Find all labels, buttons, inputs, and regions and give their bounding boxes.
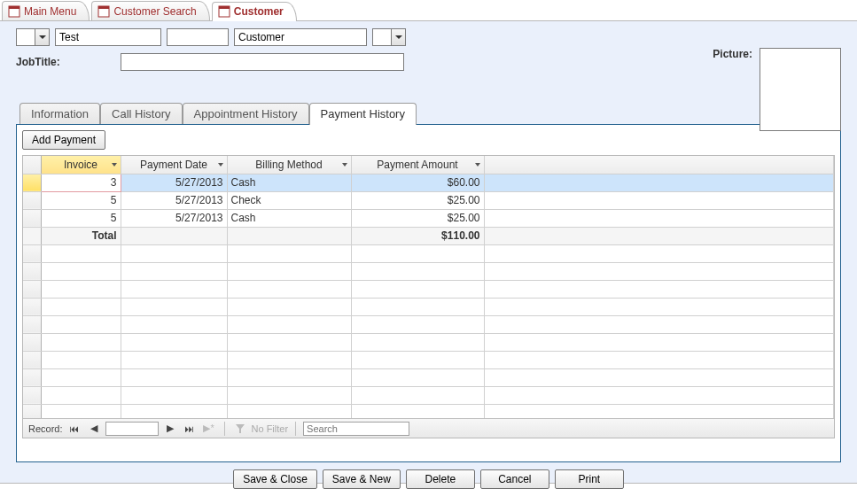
select-all-cell[interactable]: [23, 156, 41, 174]
column-header-payment-amount[interactable]: Payment Amount: [351, 156, 484, 174]
cell-blank: [227, 227, 351, 244]
column-header-payment-date[interactable]: Payment Date: [121, 156, 227, 174]
record-number-field[interactable]: [105, 422, 159, 436]
name-row: [16, 27, 841, 48]
cell-invoice[interactable]: 5: [41, 209, 121, 227]
nav-prev-icon[interactable]: ◀: [86, 422, 102, 436]
record-label: Record:: [28, 423, 63, 434]
suffix-combo[interactable]: [372, 28, 406, 46]
no-filter-label: No Filter: [252, 423, 289, 434]
column-header-invoice[interactable]: Invoice: [41, 156, 121, 174]
cell-payment-amount[interactable]: $60.00: [351, 174, 484, 191]
svg-rect-5: [219, 6, 230, 9]
nav-first-icon[interactable]: ⏮: [66, 422, 82, 436]
cell-blank: [484, 227, 834, 244]
tab-payment-history[interactable]: Payment History: [309, 103, 417, 125]
picture-box[interactable]: [760, 48, 841, 131]
dropdown-arrow-icon[interactable]: [35, 29, 49, 45]
cell-payment-date[interactable]: 5/27/2013: [121, 174, 227, 191]
empty-row: [23, 333, 834, 351]
picture-section: Picture:: [713, 48, 841, 131]
cell-invoice[interactable]: 3: [41, 174, 121, 191]
last-name-field[interactable]: [234, 28, 367, 46]
prefix-input[interactable]: [17, 29, 35, 45]
add-payment-button[interactable]: Add Payment: [22, 130, 105, 150]
picture-label: Picture:: [713, 48, 752, 60]
delete-button[interactable]: Delete: [406, 469, 475, 489]
empty-row: [23, 244, 834, 262]
totals-row: Total$110.00: [23, 227, 834, 244]
prefix-combo[interactable]: [16, 28, 50, 46]
empty-row: [23, 404, 834, 418]
grid-header-row: Invoice Payment Date Billing Method Paym…: [23, 156, 834, 174]
table-row[interactable]: 55/27/2013Cash$25.00: [23, 209, 834, 227]
nav-last-icon[interactable]: ⏭: [182, 422, 198, 436]
cell-blank: [121, 227, 227, 244]
svg-rect-1: [9, 6, 19, 9]
record-navigator: Record: ⏮ ◀ ▶ ⏭ ▶* No Filter: [23, 418, 834, 438]
object-tab-label: Customer Search: [113, 5, 196, 18]
cell-blank: [484, 174, 834, 191]
cancel-button[interactable]: Cancel: [480, 469, 549, 489]
dropdown-arrow-icon[interactable]: [391, 29, 405, 45]
row-selector[interactable]: [23, 191, 41, 209]
totals-label: Total: [41, 227, 121, 244]
filter-icon: [232, 422, 248, 436]
payment-history-panel: Add Payment: [16, 124, 841, 462]
table-row[interactable]: 35/27/2013Cash$60.00: [23, 174, 834, 191]
tab-call-history[interactable]: Call History: [100, 103, 182, 124]
object-tab-customer[interactable]: Customer: [212, 2, 297, 21]
cell-payment-date[interactable]: 5/27/2013: [121, 191, 227, 209]
tab-appointment-history[interactable]: Appointment History: [183, 103, 309, 124]
middle-name-field[interactable]: [167, 28, 229, 46]
cell-invoice[interactable]: 5: [41, 191, 121, 209]
cell-blank: [484, 191, 834, 209]
form-icon: [8, 5, 20, 18]
jobtitle-field[interactable]: [121, 53, 404, 71]
save-new-button[interactable]: Save & New: [323, 469, 401, 489]
print-button[interactable]: Print: [555, 469, 624, 489]
cell-blank: [484, 209, 834, 227]
search-input[interactable]: [303, 422, 409, 436]
column-header-billing-method[interactable]: Billing Method: [227, 156, 351, 174]
save-close-button[interactable]: Save & Close: [233, 469, 317, 489]
cell-payment-amount[interactable]: $25.00: [351, 209, 484, 227]
object-tab-bar: Main Menu Customer Search Customer: [0, 0, 857, 21]
row-selector[interactable]: [23, 209, 41, 227]
empty-row: [23, 368, 834, 386]
empty-row: [23, 298, 834, 315]
cell-billing-method[interactable]: Cash: [227, 209, 351, 227]
nav-next-icon[interactable]: ▶: [162, 422, 178, 436]
form-icon: [218, 5, 230, 18]
cell-payment-date[interactable]: 5/27/2013: [121, 209, 227, 227]
suffix-input[interactable]: [373, 29, 391, 45]
object-tab-label: Main Menu: [24, 5, 76, 18]
object-tab-label: Customer: [234, 5, 284, 18]
object-tab-main-menu[interactable]: Main Menu: [2, 1, 90, 20]
row-selector: [23, 227, 41, 244]
tab-information[interactable]: Information: [19, 103, 100, 124]
empty-row: [23, 315, 834, 333]
jobtitle-label: JobTitle:: [16, 56, 113, 68]
first-name-field[interactable]: [55, 28, 161, 46]
empty-row: [23, 386, 834, 404]
payment-grid: Invoice Payment Date Billing Method Paym…: [22, 155, 835, 438]
column-header-blank: [484, 156, 834, 174]
row-selector[interactable]: [23, 174, 41, 191]
empty-row: [23, 280, 834, 298]
table-row[interactable]: 55/27/2013Check$25.00: [23, 191, 834, 209]
empty-row: [23, 351, 834, 368]
svg-rect-3: [98, 6, 109, 9]
cell-payment-amount[interactable]: $25.00: [351, 191, 484, 209]
object-tab-customer-search[interactable]: Customer Search: [91, 1, 209, 20]
empty-row: [23, 262, 834, 280]
cell-billing-method[interactable]: Cash: [227, 174, 351, 191]
totals-amount: $110.00: [351, 227, 484, 244]
nav-new-icon[interactable]: ▶*: [201, 422, 217, 436]
footer-button-bar: Save & Close Save & New Delete Cancel Pr…: [16, 462, 841, 489]
form-icon: [97, 5, 110, 18]
cell-billing-method[interactable]: Check: [227, 191, 351, 209]
